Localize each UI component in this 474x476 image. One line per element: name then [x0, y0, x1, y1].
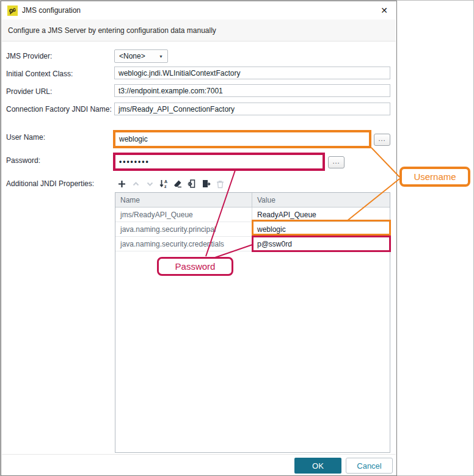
dialog-title: JMS configuration	[22, 6, 81, 15]
jms-provider-select[interactable]: <None> ▼	[114, 49, 168, 63]
password-callout: Password	[157, 257, 233, 276]
footer-separator	[2, 454, 396, 455]
jndi-properties-toolbar: A z	[117, 177, 225, 190]
additional-jndi-properties-label: Additional JNDI Properties:	[6, 179, 94, 189]
delete-icon[interactable]	[215, 179, 225, 189]
jms-provider-selected-value: <None>	[119, 52, 145, 60]
principal-value-highlight-box	[252, 220, 391, 236]
table-header-row: Name Value	[115, 193, 390, 207]
password-highlight-box: ••••••••	[113, 153, 325, 171]
cancel-button[interactable]: Cancel	[346, 458, 393, 474]
move-down-icon[interactable]	[145, 179, 155, 189]
readyapi-logo-icon	[7, 5, 18, 16]
initial-context-class-label: Initial Context Class:	[6, 69, 73, 79]
user-name-highlight-box: weblogic	[113, 130, 371, 148]
credentials-value-highlight-box	[252, 236, 391, 252]
export-icon[interactable]	[201, 179, 211, 189]
sort-icon[interactable]: A z	[159, 179, 169, 189]
connection-factory-jndi-name-label: Connection Factory JNDI Name:	[6, 104, 112, 114]
user-name-browse-button[interactable]: ...	[374, 134, 390, 146]
property-name-cell[interactable]: jms/ReadyAPI_Queue	[115, 207, 252, 222]
provider-url-input[interactable]: t3://endpoint.example.com:7001	[114, 84, 390, 97]
svg-text:A: A	[164, 179, 167, 184]
clear-icon[interactable]	[173, 179, 183, 189]
column-header-name[interactable]: Name	[115, 193, 252, 207]
user-name-label: User Name:	[6, 132, 45, 142]
jms-configuration-dialog: JMS configuration ✕ Configure a JMS Serv…	[1, 1, 397, 476]
connection-factory-jndi-name-input[interactable]: jms/Ready_API_ConnectionFactory	[114, 103, 390, 115]
username-callout: Username	[399, 167, 470, 187]
password-label: Password:	[6, 156, 40, 165]
move-up-icon[interactable]	[131, 179, 140, 189]
screenshot-canvas: JMS configuration ✕ Configure a JMS Serv…	[0, 0, 474, 476]
user-name-input[interactable]: weblogic	[115, 132, 369, 146]
column-header-value[interactable]: Value	[252, 193, 390, 207]
ok-button[interactable]: OK	[294, 458, 341, 474]
dialog-titlebar: JMS configuration ✕	[1, 1, 396, 20]
password-browse-button[interactable]: ...	[328, 156, 345, 168]
property-name-cell[interactable]: java.naming.security.principal	[115, 222, 252, 236]
jms-provider-label: JMS Provider:	[6, 51, 52, 61]
close-icon[interactable]: ✕	[378, 4, 390, 16]
provider-url-label: Provider URL:	[6, 87, 52, 96]
add-icon[interactable]	[117, 179, 126, 189]
password-input[interactable]: ••••••••	[115, 155, 323, 168]
initial-context-class-input[interactable]: weblogic.jndi.WLInitialContextFactory	[114, 67, 390, 79]
chevron-down-icon: ▼	[159, 54, 163, 59]
import-icon[interactable]	[187, 179, 197, 189]
svg-text:z: z	[164, 184, 167, 189]
property-name-cell[interactable]: java.naming.security.credentials	[115, 237, 252, 251]
dialog-subtitle: Configure a JMS Server by entering confi…	[2, 20, 396, 41]
